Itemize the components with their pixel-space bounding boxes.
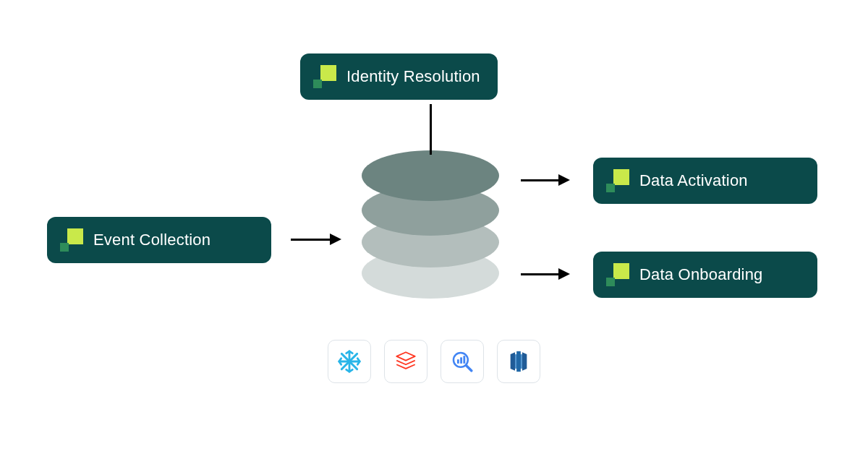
databricks-icon	[384, 340, 427, 383]
svg-marker-5	[396, 352, 415, 360]
brand-icon	[606, 169, 629, 192]
arrow-event-to-db-line	[291, 239, 330, 241]
brand-icon	[606, 263, 629, 286]
brand-icon	[60, 228, 83, 252]
card-event-collection: Event Collection	[47, 217, 271, 263]
arrow-db-to-activation-head	[558, 174, 570, 186]
arrow-db-to-onboarding-line	[521, 273, 558, 275]
card-label: Event Collection	[93, 231, 210, 249]
svg-rect-8	[457, 359, 459, 364]
svg-rect-10	[463, 356, 465, 364]
data-warehouse-stack	[362, 150, 499, 302]
arrow-db-to-onboarding-head	[558, 268, 570, 280]
svg-rect-14	[516, 351, 521, 372]
arrow-event-to-db-head	[330, 234, 341, 245]
card-label: Identity Resolution	[346, 67, 480, 86]
card-data-activation: Data Activation	[593, 158, 817, 204]
bigquery-icon	[441, 340, 484, 383]
card-data-onboarding: Data Onboarding	[593, 252, 817, 298]
redshift-icon	[497, 340, 540, 383]
card-label: Data Activation	[639, 171, 748, 190]
snowflake-icon	[328, 340, 371, 383]
brand-icon	[313, 65, 336, 88]
svg-rect-9	[460, 357, 462, 364]
svg-line-7	[467, 366, 472, 371]
svg-marker-11	[511, 352, 515, 371]
card-identity-resolution: Identity Resolution	[300, 53, 498, 100]
integration-logos-row	[0, 340, 868, 383]
db-layer-1	[362, 150, 499, 201]
svg-marker-12	[522, 352, 527, 371]
arrow-db-to-activation-line	[521, 179, 558, 181]
connector-identity-to-db	[430, 104, 432, 155]
card-label: Data Onboarding	[639, 265, 763, 284]
